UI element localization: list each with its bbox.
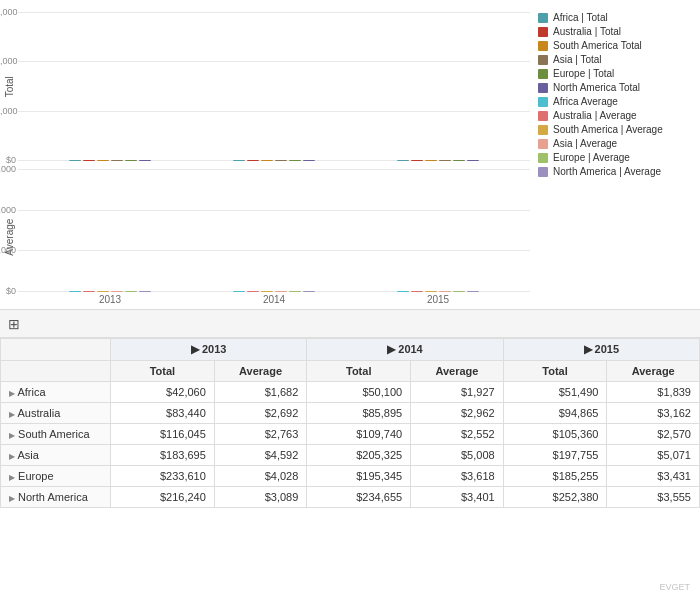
total-chart-grid: $300,000 $200,000 $100,000 $0 (18, 12, 530, 161)
cell-4-1: $4,028 (214, 466, 306, 487)
avg-bar-2015-0 (397, 291, 409, 292)
cell-0-1: $1,682 (214, 382, 306, 403)
cell-2-5: $2,570 (607, 424, 700, 445)
legend-item-11: North America | Average (538, 166, 692, 177)
legend-item-8: South America | Average (538, 124, 692, 135)
total-bar-2015-5 (467, 160, 479, 161)
avg-bar-2013-2 (97, 291, 109, 292)
cell-1-3: $2,962 (411, 403, 503, 424)
total-bar-2013-0 (69, 160, 81, 161)
cell-4-0: $233,610 (111, 466, 215, 487)
cell-5-1: $3,089 (214, 487, 306, 508)
cell-4-4: $185,255 (503, 466, 607, 487)
table-row[interactable]: ▶ Asia$183,695$4,592$205,325$5,008$197,7… (1, 445, 700, 466)
total-chart-inner: $300,000 $200,000 $100,000 $0 (18, 12, 530, 161)
row-label-2[interactable]: ▶ South America (1, 424, 111, 445)
avg-bar-2013-4 (125, 291, 137, 292)
table-row[interactable]: ▶ North America$216,240$3,089$234,655$3,… (1, 487, 700, 508)
cell-0-4: $51,490 (503, 382, 607, 403)
row-label-header (1, 361, 111, 382)
cell-3-1: $4,592 (214, 445, 306, 466)
legend-item-0: Africa | Total (538, 12, 692, 23)
legend-color-1 (538, 27, 548, 37)
legend: Africa | TotalAustralia | TotalSouth Ame… (530, 8, 700, 309)
col-header-2015-total: Total (503, 361, 607, 382)
avg-chart-grid: $6,000 $4,000 $2,000 $0 (18, 169, 530, 292)
legend-label-6: Africa Average (553, 96, 618, 107)
legend-color-7 (538, 111, 548, 121)
cell-4-2: $195,345 (307, 466, 411, 487)
cell-5-5: $3,555 (607, 487, 700, 508)
legend-color-5 (538, 83, 548, 93)
cell-4-5: $3,431 (607, 466, 700, 487)
avg-bar-2013-5 (139, 291, 151, 292)
charts-area: Total $300,000 $200,000 $100,000 $0 (0, 0, 700, 310)
legend-item-7: Australia | Average (538, 110, 692, 121)
legend-label-9: Asia | Average (553, 138, 617, 149)
year-header-2015: ▶ 2015 (503, 339, 699, 361)
x-label-2014: 2014 (263, 294, 285, 305)
legend-label-3: Asia | Total (553, 54, 602, 65)
avg-bar-2013-0 (69, 291, 81, 292)
table-row[interactable]: ▶ Africa$42,060$1,682$50,100$1,927$51,49… (1, 382, 700, 403)
table-row[interactable]: ▶ Europe$233,610$4,028$195,345$3,618$185… (1, 466, 700, 487)
col-header-2014-total: Total (307, 361, 411, 382)
legend-label-1: Australia | Total (553, 26, 621, 37)
cell-5-4: $252,380 (503, 487, 607, 508)
legend-color-4 (538, 69, 548, 79)
legend-label-10: Europe | Average (553, 152, 630, 163)
cell-5-2: $234,655 (307, 487, 411, 508)
total-bar-2015-2 (425, 160, 437, 161)
main-container: Total $300,000 $200,000 $100,000 $0 (0, 0, 700, 602)
legend-label-2: South America Total (553, 40, 642, 51)
row-label-5[interactable]: ▶ North America (1, 487, 111, 508)
row-label-1[interactable]: ▶ Australia (1, 403, 111, 424)
legend-color-2 (538, 41, 548, 51)
total-bar-2014-1 (247, 160, 259, 161)
legend-color-0 (538, 13, 548, 23)
cell-3-3: $5,008 (411, 445, 503, 466)
total-bar-2013-5 (139, 160, 151, 161)
avg-bar-2014-3 (275, 291, 287, 292)
legend-item-9: Asia | Average (538, 138, 692, 149)
total-bar-2014-0 (233, 160, 245, 161)
table-toolbar: ⊞ (0, 310, 700, 338)
total-bar-2013-3 (111, 160, 123, 161)
total-bar-2015-3 (439, 160, 451, 161)
header-row-years: ▶ 2013 ▶ 2014 ▶ 2015 (1, 339, 700, 361)
cell-0-5: $1,839 (607, 382, 700, 403)
legend-item-10: Europe | Average (538, 152, 692, 163)
row-label-3[interactable]: ▶ Asia (1, 445, 111, 466)
total-bar-2015-4 (453, 160, 465, 161)
legend-label-11: North America | Average (553, 166, 661, 177)
cell-5-0: $216,240 (111, 487, 215, 508)
cell-1-4: $94,865 (503, 403, 607, 424)
cell-2-1: $2,763 (214, 424, 306, 445)
cell-0-0: $42,060 (111, 382, 215, 403)
avg-year-group-2014 (233, 291, 315, 292)
table-row[interactable]: ▶ Australia$83,440$2,692$85,895$2,962$94… (1, 403, 700, 424)
avg-bars-container (18, 169, 530, 292)
avg-year-group-2015 (397, 291, 479, 292)
cell-3-4: $197,755 (503, 445, 607, 466)
total-bar-2013-2 (97, 160, 109, 161)
cell-4-3: $3,618 (411, 466, 503, 487)
cell-2-3: $2,552 (411, 424, 503, 445)
legend-item-5: North America Total (538, 82, 692, 93)
cell-1-0: $83,440 (111, 403, 215, 424)
cell-3-5: $5,071 (607, 445, 700, 466)
total-bars-container (18, 12, 530, 161)
col-header-2013-avg: Average (214, 361, 306, 382)
total-bar-2015-0 (397, 160, 409, 161)
legend-color-6 (538, 97, 548, 107)
col-header-2015-avg: Average (607, 361, 700, 382)
legend-color-8 (538, 125, 548, 135)
empty-header (1, 339, 111, 361)
table-row[interactable]: ▶ South America$116,045$2,763$109,740$2,… (1, 424, 700, 445)
legend-color-11 (538, 167, 548, 177)
row-label-4[interactable]: ▶ Europe (1, 466, 111, 487)
cell-3-0: $183,695 (111, 445, 215, 466)
row-label-0[interactable]: ▶ Africa (1, 382, 111, 403)
legend-label-0: Africa | Total (553, 12, 608, 23)
legend-label-8: South America | Average (553, 124, 663, 135)
